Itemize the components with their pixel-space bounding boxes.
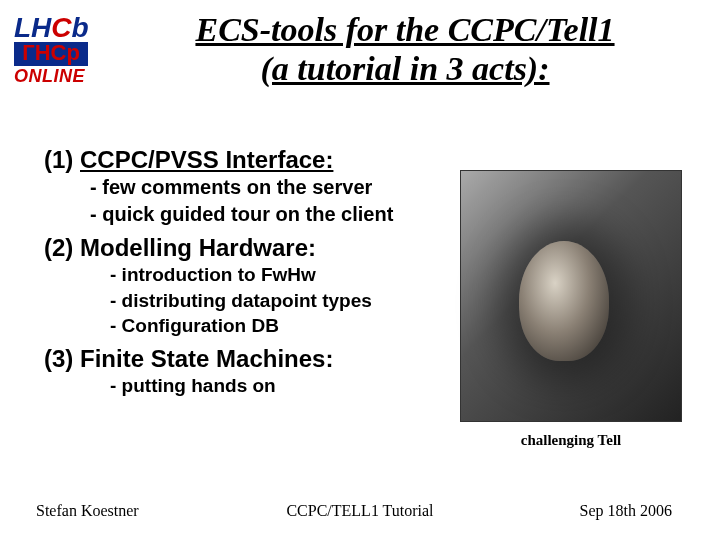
section-2-title: Modelling Hardware: bbox=[80, 234, 316, 261]
lhcb-online-logo: LHCb ГНСр ONLINE bbox=[14, 12, 104, 87]
illustration-photo bbox=[460, 170, 682, 422]
section-2-sub-2: - distributing datapoint types bbox=[110, 288, 424, 314]
section-1-sub-2: - quick guided tour on the client bbox=[90, 201, 424, 228]
logo-mid-row: ГНСр bbox=[14, 42, 88, 66]
section-1-num: (1) bbox=[44, 146, 73, 173]
photo-caption: challenging Tell bbox=[460, 432, 682, 449]
title-line-2: (a tutorial in 3 acts): bbox=[260, 50, 549, 87]
section-2-num: (2) bbox=[44, 234, 73, 261]
section-3-num: (3) bbox=[44, 345, 73, 372]
section-3-head: (3) Finite State Machines: bbox=[44, 345, 424, 373]
title-line-1: ECS-tools for the CCPC/Tell1 bbox=[195, 11, 614, 48]
section-1-title: CCPC/PVSS Interface: bbox=[80, 146, 333, 173]
section-3-title: Finite State Machines: bbox=[80, 345, 333, 372]
section-2-sub-3: - Configuration DB bbox=[110, 313, 424, 339]
section-2-sub-1: - introduction to FwHw bbox=[110, 262, 424, 288]
section-1-head: (1) CCPC/PVSS Interface: bbox=[44, 146, 424, 174]
section-1-sub-1: - few comments on the server bbox=[90, 174, 424, 201]
slide-title: ECS-tools for the CCPC/Tell1 (a tutorial… bbox=[120, 10, 690, 88]
logo-b: b bbox=[72, 12, 89, 43]
logo-lh: LH bbox=[14, 12, 51, 43]
section-2-head: (2) Modelling Hardware: bbox=[44, 234, 424, 262]
logo-c: C bbox=[51, 12, 71, 43]
section-3-sub-1: - putting hands on bbox=[110, 373, 424, 399]
logo-bottom-row: ONLINE bbox=[14, 66, 104, 87]
outline-content: (1) CCPC/PVSS Interface: - few comments … bbox=[44, 140, 424, 399]
footer-date: Sep 18th 2006 bbox=[580, 502, 672, 520]
